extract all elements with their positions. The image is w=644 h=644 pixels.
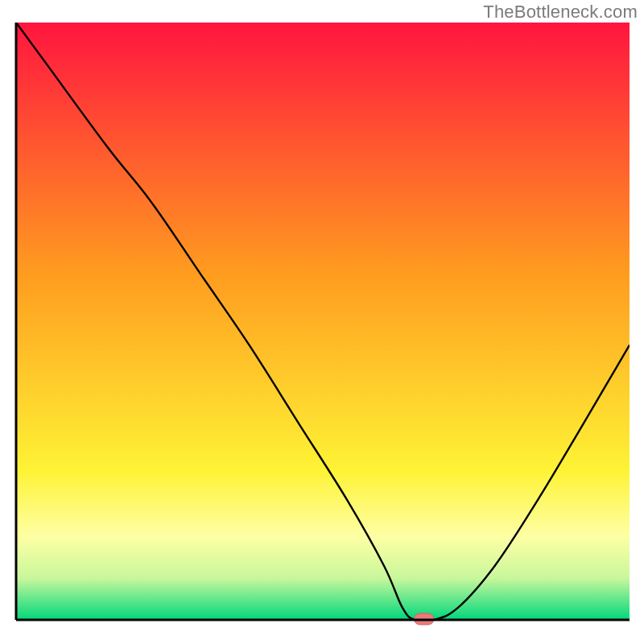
plot-background bbox=[16, 23, 630, 620]
chart-container: TheBottleneck.com bbox=[0, 0, 644, 644]
bottleneck-plot bbox=[0, 0, 644, 644]
